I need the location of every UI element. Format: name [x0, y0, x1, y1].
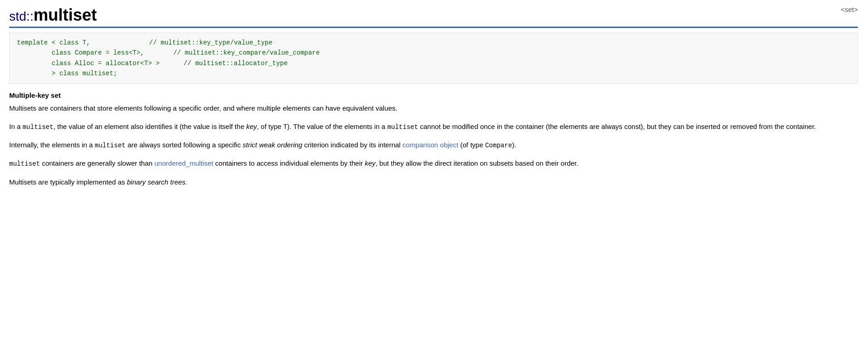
section-divider: [9, 27, 858, 28]
code-line-2: class Compare = less<T>,: [17, 49, 144, 56]
para2-after1: , the value of an element also identifie…: [53, 123, 246, 130]
para2-code2: T: [284, 123, 287, 131]
para1-text: Multisets are containers that store elem…: [9, 104, 397, 112]
section-heading: Multiple-key set: [9, 91, 858, 99]
code-block: template < class T, // multiset::key_typ…: [9, 33, 858, 84]
paragraph-2: In a multiset, the value of an element a…: [9, 121, 858, 132]
para3-after-italic: criterion indicated by its internal: [302, 141, 402, 149]
para4-after-link: containers to access individual elements…: [213, 159, 365, 167]
code-comment-3: // multiset::allocator_type: [184, 60, 288, 67]
title-main: multiset: [33, 6, 97, 25]
para4-after-italic: , but they allow the direct iteration on…: [375, 159, 578, 167]
para4-after-code: containers are generally slower than: [40, 159, 154, 167]
para2-after-italic1: , of type: [257, 123, 284, 130]
unordered-multiset-link[interactable]: unordered_multiset: [155, 159, 213, 167]
para5-before: Multisets are typically implemented as: [9, 178, 127, 186]
para3-code2: Compare: [485, 142, 512, 149]
nav-set[interactable]: <set>: [840, 6, 858, 13]
page-header: std:: multiset <set>: [9, 6, 858, 25]
comparison-object-link[interactable]: comparison object: [402, 141, 458, 149]
para5-end: .: [185, 178, 187, 186]
para3-code1: multiset: [95, 142, 126, 149]
para3-end: ).: [512, 141, 516, 149]
title-prefix: std::: [9, 9, 33, 24]
para4-code: multiset: [9, 160, 40, 168]
para2-code3: multiset: [387, 123, 418, 131]
para4-italic: key: [365, 159, 375, 167]
code-comment-2: // multiset::key_compare/value_compare: [173, 49, 320, 56]
para2-after2: ). The value of the elements in a: [287, 123, 387, 130]
paragraph-4: multiset containers are generally slower…: [9, 158, 858, 169]
code-line-1: template < class T,: [17, 39, 90, 46]
code-comment-1: // multiset::key_type/value_type: [149, 39, 273, 46]
code-line-4: > class multiset;: [17, 70, 117, 77]
para5-italic: binary search trees: [127, 178, 186, 186]
code-line-3: class Alloc = allocator<T> >: [17, 60, 160, 67]
para2-before: In a: [9, 123, 22, 130]
para3-before: Internally, the elements in a: [9, 141, 95, 149]
paragraph-1: Multisets are containers that store elem…: [9, 103, 858, 114]
paragraph-3: Internally, the elements in a multiset a…: [9, 140, 858, 151]
para2-italic1: key: [246, 123, 257, 130]
paragraph-5: Multisets are typically implemented as b…: [9, 177, 858, 188]
para2-after3: cannot be modified once in the container…: [418, 123, 816, 130]
para2-code1: multiset: [22, 123, 53, 131]
title-area: std:: multiset: [9, 6, 97, 25]
para3-italic: strict weak ordering: [243, 141, 302, 149]
para3-after-link: (of type: [458, 141, 485, 149]
para3-after1: are always sorted following a specific: [126, 141, 243, 149]
